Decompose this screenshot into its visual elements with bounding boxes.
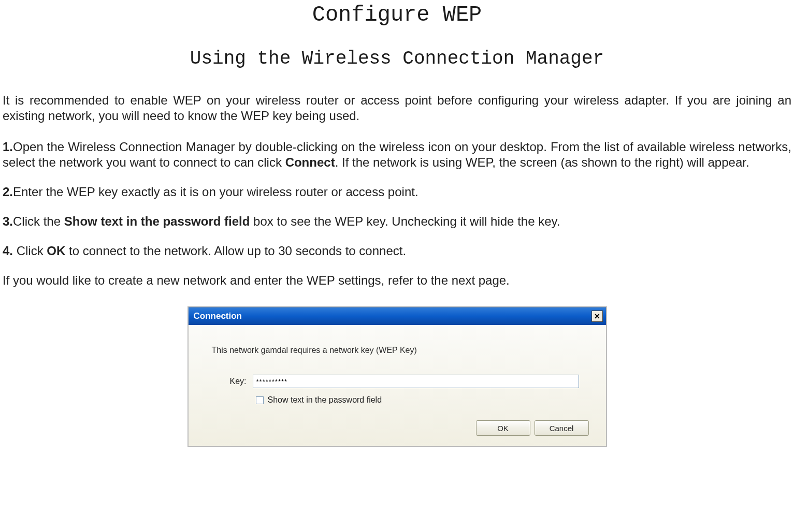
connection-dialog: Connection ✕ This network gamdal require… — [187, 306, 607, 447]
step-2: 2.Enter the WEP key exactly as it is on … — [3, 184, 791, 200]
step-4-number: 4. — [3, 244, 13, 258]
step-1-text-b: . If the network is using WEP, the scree… — [335, 155, 749, 169]
ok-button[interactable]: OK — [476, 420, 530, 436]
step-3-bold: Show text in the password field — [64, 214, 250, 228]
step-3: 3.Click the Show text in the password fi… — [3, 214, 791, 229]
step-2-number: 2. — [3, 185, 13, 199]
step-1: 1.Open the Wireless Connection Manager b… — [3, 139, 791, 170]
key-row: Key: — [230, 375, 590, 388]
dialog-message: This network gamdal requires a network k… — [212, 346, 590, 355]
step-3-text-a: Click the — [13, 214, 64, 228]
step-4-bold: OK — [47, 244, 65, 258]
step-4-text-b: to connect to the network. Allow up to 3… — [65, 244, 406, 258]
dialog-wrapper: Connection ✕ This network gamdal require… — [0, 306, 794, 447]
key-input[interactable] — [253, 375, 579, 388]
close-icon: ✕ — [594, 312, 600, 320]
show-text-row: Show text in the password field — [256, 395, 590, 405]
show-text-checkbox[interactable] — [256, 396, 264, 404]
step-1-bold: Connect — [285, 155, 335, 169]
step-3-text-b: box to see the WEP key. Unchecking it wi… — [250, 214, 560, 228]
page-subtitle: Using the Wireless Connection Manager — [0, 48, 794, 69]
step-3-number: 3. — [3, 214, 13, 228]
dialog-title: Connection — [194, 311, 242, 321]
intro-paragraph: It is recommended to enable WEP on your … — [3, 93, 791, 124]
close-button[interactable]: ✕ — [591, 311, 603, 322]
show-text-label: Show text in the password field — [268, 395, 382, 405]
step-2-text: Enter the WEP key exactly as it is on yo… — [13, 185, 418, 199]
key-label: Key: — [230, 377, 247, 386]
step-1-number: 1. — [3, 140, 13, 154]
step-4: 4. Click OK to connect to the network. A… — [3, 243, 791, 259]
dialog-body: This network gamdal requires a network k… — [189, 325, 606, 446]
button-row: OK Cancel — [204, 420, 590, 436]
cancel-button[interactable]: Cancel — [535, 420, 589, 436]
dialog-title-bar: Connection ✕ — [189, 307, 606, 325]
page-title: Configure WEP — [0, 3, 794, 27]
step-4-text-a: Click — [13, 244, 47, 258]
closing-paragraph: If you would like to create a new networ… — [3, 273, 791, 288]
